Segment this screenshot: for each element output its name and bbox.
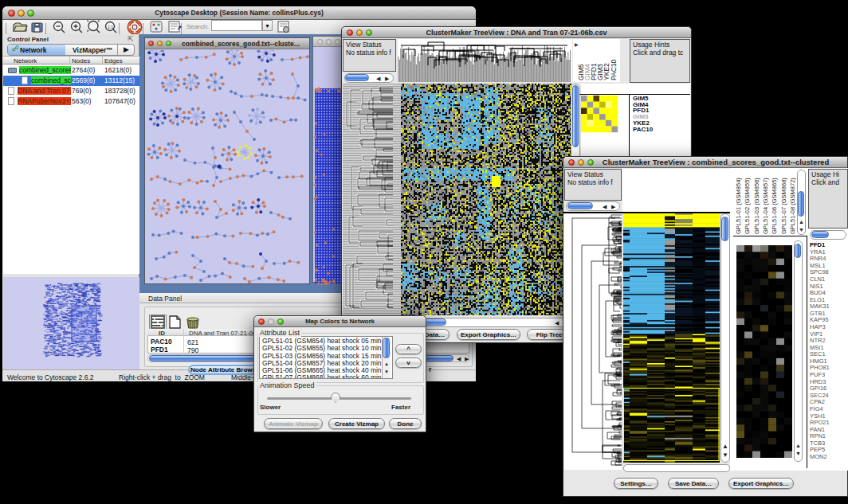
svg-text:1:1: 1:1 — [108, 25, 113, 29]
svg-text:GPL51-04 (GSM857): GPL51-04 (GSM857) — [762, 178, 769, 234]
svg-text:GPL51-01 (GSM854): GPL51-01 (GSM854) — [735, 178, 742, 234]
svg-text:GPL51-08 (GSM872): GPL51-08 (GSM872) — [789, 178, 796, 234]
svg-text:PAC10: PAC10 — [610, 59, 618, 80]
svg-text:GPL51-06 (GSM865): GPL51-06 (GSM865) — [771, 178, 778, 234]
svg-text:GPL51-07 (GSM868): GPL51-07 (GSM868) — [780, 178, 787, 234]
svg-text:GPL51-03 (GSM856): GPL51-03 (GSM856) — [753, 178, 760, 234]
svg-text:GPL51-02 (GSM855): GPL51-02 (GSM855) — [744, 178, 751, 234]
